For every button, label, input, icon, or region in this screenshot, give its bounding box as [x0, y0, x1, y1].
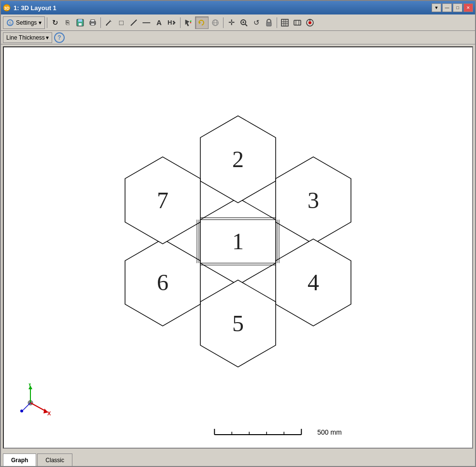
maximize-btn[interactable]: □ [453, 3, 462, 12]
rotate-icon [197, 19, 207, 27]
rectangle-btn[interactable]: □ [115, 16, 127, 29]
settings-button[interactable]: S Settings ▾ [3, 16, 45, 29]
svg-rect-6 [79, 23, 82, 26]
zoom-btn[interactable] [238, 16, 250, 29]
axis-indicator: Y X [14, 383, 52, 419]
export-icon [294, 19, 301, 27]
undo-icon: ↺ [253, 18, 260, 27]
tab-classic[interactable]: Classic [37, 453, 72, 466]
window-title: 1: 3D Layout 1 [14, 4, 56, 12]
text-btn[interactable]: A [153, 16, 165, 29]
hdim-btn[interactable]: H [166, 16, 178, 29]
svg-text:Y: Y [28, 383, 32, 387]
minimize-btn[interactable]: — [442, 3, 452, 12]
hdim-icon: H [168, 19, 176, 27]
sep2 [100, 17, 101, 28]
help-icon: ? [57, 34, 61, 41]
scale-label: 500 mm [317, 428, 342, 436]
arrow-tool-icon [184, 19, 192, 27]
svg-marker-18 [185, 20, 189, 26]
pencil-icon [105, 19, 112, 27]
svg-line-10 [106, 21, 111, 25]
save-btn[interactable] [74, 16, 86, 29]
svg-line-20 [190, 21, 191, 22]
svg-rect-8 [91, 20, 95, 22]
grid-icon [281, 19, 289, 27]
app-icon: 3D [3, 4, 11, 12]
svg-rect-35 [294, 20, 301, 25]
svg-line-56 [23, 403, 30, 410]
hex-container: 1 2 3 4 5 6 [98, 101, 378, 382]
svg-point-57 [20, 410, 23, 412]
line-btn[interactable] [128, 16, 140, 29]
line-thickness-label: Line Thickness [6, 34, 45, 41]
second-toolbar: Line Thickness ▾ ? [1, 31, 475, 44]
main-window: 3D 1: 3D Layout 1 ▼ — □ ✕ S Sett [0, 0, 476, 467]
hex-label-5: 5 [232, 311, 244, 336]
zoom-icon [240, 19, 248, 27]
settings-icon: S [6, 19, 14, 27]
undo-btn[interactable]: ↺ [251, 16, 262, 29]
svg-rect-9 [91, 23, 95, 25]
timer-icon [306, 19, 314, 27]
svg-text:3D: 3D [4, 6, 10, 11]
sep5 [277, 17, 277, 28]
main-toolbar: S Settings ▾ ↻ ⎘ [1, 14, 475, 31]
hline-icon: — [142, 18, 150, 27]
scale-bar-svg [212, 426, 318, 438]
svg-marker-21 [199, 21, 201, 24]
sep1 [47, 17, 47, 28]
3d-rotate-btn[interactable] [210, 16, 221, 29]
title-bar: 3D 1: 3D Layout 1 ▼ — □ ✕ [1, 1, 475, 14]
timer-btn[interactable] [304, 16, 316, 29]
print-btn[interactable] [87, 16, 98, 29]
hline-btn[interactable]: — [140, 16, 152, 29]
svg-point-39 [308, 21, 311, 24]
title-arrow-btn[interactable]: ▼ [432, 3, 441, 12]
svg-line-26 [245, 24, 247, 26]
svg-rect-5 [78, 19, 82, 22]
scale-bar: 500 mm [212, 426, 342, 438]
hex-label-3: 3 [308, 187, 319, 213]
close-btn[interactable]: ✕ [463, 3, 473, 12]
pan-btn[interactable]: ✛ [225, 16, 237, 29]
hex-label-2: 2 [232, 146, 244, 172]
text-icon: A [156, 18, 162, 27]
copy-icon: ⎘ [66, 19, 70, 26]
svg-text:H: H [168, 19, 172, 26]
svg-text:X: X [47, 410, 51, 416]
hex-layout-svg: 1 2 3 4 5 6 [98, 101, 378, 381]
line-thickness-arrow: ▾ [46, 34, 49, 41]
arrow-tool-btn[interactable] [182, 16, 194, 29]
print-icon [89, 19, 97, 27]
svg-line-13 [131, 20, 137, 26]
hex-label-7: 7 [157, 187, 168, 213]
svg-text:S: S [9, 21, 12, 26]
title-bar-left: 3D 1: 3D Layout 1 [3, 4, 56, 12]
sep4 [223, 17, 224, 28]
refresh-btn[interactable]: ↻ [49, 16, 61, 29]
hex-label-6: 6 [157, 269, 168, 295]
settings-arrow: ▾ [39, 19, 42, 26]
pencil-btn[interactable] [103, 16, 114, 29]
bottom-tabs: Graph Classic [1, 451, 475, 466]
export-btn[interactable] [292, 16, 303, 29]
rectangle-icon: □ [119, 18, 124, 27]
help-button[interactable]: ? [54, 32, 65, 43]
sep3 [180, 17, 181, 28]
line-thickness-button[interactable]: Line Thickness ▾ [3, 32, 52, 43]
lock-btn[interactable] [263, 16, 275, 29]
svg-line-53 [30, 403, 46, 411]
save-icon [76, 19, 84, 27]
rotate-btn[interactable] [195, 16, 209, 29]
tab-graph[interactable]: Graph [3, 453, 36, 466]
hex-label-4: 4 [308, 269, 319, 295]
axis-svg: Y X [14, 383, 52, 417]
title-bar-controls: ▼ — □ ✕ [432, 3, 473, 12]
lock-icon [266, 19, 272, 27]
svg-rect-30 [281, 19, 288, 26]
canvas-area[interactable]: 1 2 3 4 5 6 [3, 46, 473, 449]
copy-btn[interactable]: ⎘ [62, 16, 73, 29]
grid-btn[interactable] [279, 16, 291, 29]
pan-icon: ✛ [228, 18, 235, 27]
